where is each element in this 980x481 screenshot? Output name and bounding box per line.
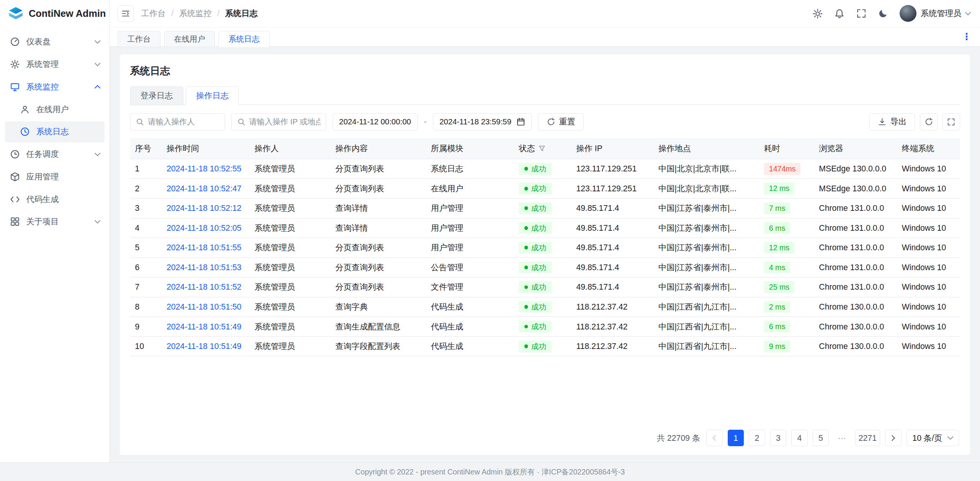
operation-time-link[interactable]: 2024-11-18 10:51:49 (167, 342, 241, 351)
sidebar-item-dashboard[interactable]: 仪表盘 (5, 31, 105, 53)
operation-time-link[interactable]: 2024-11-18 10:52:12 (167, 204, 241, 212)
cell-browser: Chrome 130.0.0.0 (814, 297, 897, 317)
cell-location: 中国|江西省|九江市|... (653, 336, 759, 356)
status-dot-icon (524, 325, 528, 329)
operation-time-link[interactable]: 2024-11-18 10:51:50 (167, 302, 241, 311)
cell-operation-time: 2024-11-18 10:52:05 (162, 218, 250, 238)
status-label: 成功 (531, 204, 546, 213)
fullscreen-icon[interactable] (856, 8, 867, 19)
cell-index: 9 (130, 317, 162, 337)
pagination-prev-button[interactable] (706, 430, 722, 446)
status-label: 成功 (531, 302, 546, 311)
page-button[interactable]: 3 (770, 430, 786, 446)
notification-bell-icon[interactable] (834, 8, 845, 19)
sidebar-item-task-schedule[interactable]: 任务调度 (5, 143, 105, 165)
operation-time-link[interactable]: 2024-11-18 10:51:52 (167, 282, 241, 291)
nav-tab-workbench[interactable]: 工作台 (118, 31, 160, 47)
sidebar-item-system-log[interactable]: 系统日志 (5, 121, 105, 143)
dark-mode-moon-icon[interactable] (877, 8, 889, 19)
status-label: 成功 (531, 223, 546, 233)
date-range-end[interactable]: 2024-11-18 23:59:59 (433, 113, 532, 131)
page-button[interactable]: 2271 (855, 430, 880, 446)
cell-status: 成功 (514, 297, 571, 317)
breadcrumb-workbench[interactable]: 工作台 (141, 8, 166, 19)
nav-tab-system-log[interactable]: 系统日志 (219, 31, 270, 47)
collapse-menu-button[interactable] (118, 5, 134, 21)
sidebar-item-online-users[interactable]: 在线用户 (5, 99, 105, 120)
refresh-table-button[interactable] (920, 113, 938, 131)
settings-gear-icon[interactable] (812, 8, 823, 19)
user-menu[interactable]: 系统管理员 (900, 5, 970, 22)
table-row: 102024-11-18 10:51:49系统管理员查询字段配置列表代码生成成功… (130, 336, 960, 356)
operation-time-link[interactable]: 2024-11-18 10:52:47 (167, 184, 241, 193)
table-row: 12024-11-18 10:52:55系统管理员分页查询列表系统日志成功123… (130, 159, 960, 179)
date-range-start[interactable]: 2024-11-12 00:00:00 (333, 113, 418, 131)
tab-operation-log[interactable]: 操作日志 (186, 86, 239, 105)
page-button[interactable]: 5 (813, 430, 829, 446)
chevron-down-icon (947, 434, 954, 440)
tab-login-log[interactable]: 登录日志 (130, 86, 183, 105)
status-badge: 成功 (519, 321, 552, 333)
sidebar-item-label: 任务调度 (26, 149, 89, 160)
body-row: ContiNew Admin 仪表盘 系统管理 (0, 0, 980, 462)
filter-funnel-icon[interactable] (538, 145, 546, 152)
search-icon (136, 118, 144, 126)
breadcrumb: 工作台 / 系统监控 / 系统日志 (141, 8, 258, 19)
operator-search-input[interactable] (148, 117, 219, 126)
cell-operation-ip: 123.117.129.251 (571, 159, 653, 179)
export-button[interactable]: 导出 (869, 113, 915, 131)
status-dot-icon (524, 167, 528, 171)
date-start-value: 2024-11-12 00:00:00 (339, 117, 411, 126)
chevron-down-icon (94, 150, 100, 157)
cell-operator: 系统管理员 (250, 159, 330, 179)
cell-index: 3 (130, 198, 162, 218)
col-operation-ip: 操作 IP (571, 138, 653, 159)
operation-time-link[interactable]: 2024-11-18 10:51:55 (167, 243, 241, 252)
sidebar-item-about-project[interactable]: 关于项目 (5, 211, 105, 233)
table-fullscreen-button[interactable] (942, 113, 960, 131)
download-icon (878, 117, 887, 126)
status-dot-icon (524, 266, 528, 269)
cell-operator: 系统管理员 (250, 258, 330, 277)
status-badge: 成功 (519, 163, 552, 175)
cell-content: 分页查询列表 (330, 277, 426, 297)
tab-actions-icon[interactable]: ⋮ (959, 32, 974, 41)
refresh-icon (547, 117, 555, 126)
col-content: 操作内容 (330, 138, 426, 159)
duration-badge: 7 ms (764, 202, 791, 214)
log-card: 系统日志 登录日志 操作日志 (120, 54, 970, 455)
cell-location: 中国|江西省|九江市|... (653, 297, 759, 317)
cell-status: 成功 (514, 179, 571, 199)
avatar[interactable] (900, 5, 916, 22)
breadcrumb-system-monitor[interactable]: 系统监控 (179, 8, 212, 19)
cell-location: 中国|江苏省|泰州市|... (653, 238, 759, 258)
chevron-up-icon (94, 85, 100, 91)
sidebar-item-app-management[interactable]: 应用管理 (5, 166, 105, 188)
operation-time-link[interactable]: 2024-11-18 10:51:49 (167, 322, 241, 331)
page-button[interactable]: 1 (728, 430, 744, 446)
nav-tab-online-users[interactable]: 在线用户 (164, 31, 215, 47)
topbar: 工作台 / 系统监控 / 系统日志 (110, 0, 980, 28)
main-area: 工作台 / 系统监控 / 系统日志 (110, 0, 980, 462)
sidebar-item-system-monitor[interactable]: 系统监控 (5, 76, 105, 98)
cell-duration: 7 ms (759, 198, 814, 218)
page-button[interactable]: 2 (749, 430, 765, 446)
cell-location: 中国|江西省|九江市|... (653, 317, 759, 337)
operation-time-link[interactable]: 2024-11-18 10:52:55 (167, 164, 241, 173)
cell-index: 10 (130, 336, 162, 356)
reset-button[interactable]: 重置 (538, 113, 584, 131)
cell-index: 7 (130, 277, 162, 297)
sidebar-item-code-generation[interactable]: 代码生成 (5, 189, 105, 210)
ip-search-input[interactable] (249, 117, 320, 126)
page-button[interactable]: 4 (791, 430, 807, 446)
operation-time-link[interactable]: 2024-11-18 10:52:05 (167, 223, 241, 232)
cell-content: 分页查询列表 (330, 179, 426, 199)
sidebar-item-system-management[interactable]: 系统管理 (5, 54, 105, 75)
cell-operator: 系统管理员 (250, 317, 330, 337)
page-size-select[interactable]: 10 条/页 (906, 430, 959, 446)
sidebar-item-label: 系统日志 (36, 126, 69, 137)
cell-operation-time: 2024-11-18 10:51:53 (162, 258, 250, 277)
operation-time-link[interactable]: 2024-11-18 10:51:53 (167, 263, 241, 272)
cell-browser: Chrome 130.0.0.0 (814, 317, 897, 337)
pagination-next-button[interactable] (885, 430, 901, 446)
